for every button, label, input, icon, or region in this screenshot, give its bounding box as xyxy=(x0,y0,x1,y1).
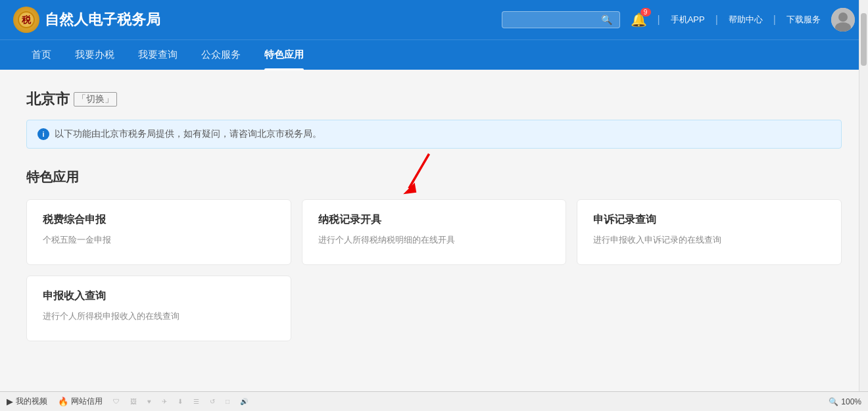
cards-row-1: 税费综合申报 个税五险一金申报 纳税记录开具 进行个人所得税纳税明细的在线开具 … xyxy=(26,199,842,265)
city-switch-button[interactable]: 「切换」 xyxy=(74,92,117,107)
info-text: 以下功能由北京市税务局提供，如有疑问，请咨询北京市税务局。 xyxy=(55,128,322,140)
main-content: 北京市 「切换」 i 以下功能由北京市税务局提供，如有疑问，请咨询北京市税务局。… xyxy=(0,70,868,399)
taskbar-sep-9: 🔊 xyxy=(240,398,248,405)
card-tax-record-desc: 进行个人所得税纳税明细的在线开具 xyxy=(318,233,550,247)
avatar[interactable] xyxy=(831,8,855,32)
taskbar: ▶ 我的视频 🔥 网站信用 🛡 🖼 ♥ ✈ ⬇ ☰ ↺ □ 🔊 🔍 100% xyxy=(0,391,868,411)
help-center-link[interactable]: 帮助中心 xyxy=(729,14,763,26)
card-tax-record[interactable]: 纳税记录开具 进行个人所得税纳税明细的在线开具 xyxy=(302,199,567,265)
credit-icon: 🔥 xyxy=(58,397,68,406)
mobile-app-link[interactable]: 手机APP xyxy=(671,14,705,26)
divider-3: | xyxy=(773,14,776,26)
nav-item-featured[interactable]: 特色应用 xyxy=(253,40,316,70)
logo-icon: 税 xyxy=(13,7,39,33)
zoom-icon: 🔍 xyxy=(829,397,838,406)
download-service-link[interactable]: 下载服务 xyxy=(786,14,821,26)
video-icon: ▶ xyxy=(7,397,13,406)
svg-text:税: 税 xyxy=(21,14,32,25)
card-income-query-title: 申报收入查询 xyxy=(43,289,275,303)
taskbar-my-videos[interactable]: ▶ 我的视频 xyxy=(7,396,47,407)
card-tax-filing-title: 税费综合申报 xyxy=(43,213,275,227)
scrollbar[interactable] xyxy=(859,0,868,391)
zoom-info: 🔍 100% xyxy=(829,397,861,406)
card-appeal-query-desc: 进行申报收入申诉记录的在线查询 xyxy=(593,233,825,247)
taskbar-sep-1: 🛡 xyxy=(113,398,120,405)
header: 税 自然人电子税务局 🔍 🔔 9 | 手机APP | 帮助中心 | 下载服务 xyxy=(0,0,868,39)
section-title: 特色应用 xyxy=(26,168,842,186)
navbar: 首页 我要办税 我要查询 公众服务 特色应用 xyxy=(0,39,868,70)
cards-row-2: 申报收入查询 进行个人所得税申报收入的在线查询 xyxy=(26,276,842,341)
city-name: 北京市 xyxy=(26,89,70,109)
zoom-level: 100% xyxy=(841,397,861,406)
nav-item-query[interactable]: 我要查询 xyxy=(126,40,189,70)
card-income-query[interactable]: 申报收入查询 进行个人所得税申报收入的在线查询 xyxy=(26,276,291,341)
info-banner: i 以下功能由北京市税务局提供，如有疑问，请咨询北京市税务局。 xyxy=(26,120,842,149)
nav-item-home[interactable]: 首页 xyxy=(20,40,63,70)
card-income-query-desc: 进行个人所得税申报收入的在线查询 xyxy=(43,310,275,323)
card-appeal-query-title: 申诉记录查询 xyxy=(593,213,825,227)
city-header: 北京市 「切换」 xyxy=(26,89,842,109)
taskbar-sep-3: ♥ xyxy=(147,398,151,405)
taskbar-sep-2: 🖼 xyxy=(130,398,137,405)
divider-1: | xyxy=(658,14,660,26)
site-title: 自然人电子税务局 xyxy=(45,10,160,30)
nav-item-public-services[interactable]: 公众服务 xyxy=(189,40,253,70)
nav-item-tax-services[interactable]: 我要办税 xyxy=(63,40,126,70)
card-tax-filing-desc: 个税五险一金申报 xyxy=(43,233,275,247)
card-tax-filing[interactable]: 税费综合申报 个税五险一金申报 xyxy=(26,199,291,265)
search-input[interactable] xyxy=(509,15,601,25)
taskbar-sep-4: ✈ xyxy=(162,398,167,405)
header-logo: 税 自然人电子税务局 xyxy=(13,7,502,33)
notification-bell[interactable]: 🔔 9 xyxy=(631,12,647,28)
taskbar-sep-7: ↺ xyxy=(210,398,215,405)
search-icon[interactable]: 🔍 xyxy=(601,14,612,25)
taskbar-sep-5: ⬇ xyxy=(178,398,183,405)
taskbar-sep-8: □ xyxy=(226,398,229,405)
card-appeal-query[interactable]: 申诉记录查询 进行申报收入申诉记录的在线查询 xyxy=(577,199,842,265)
bell-badge: 9 xyxy=(640,8,651,16)
taskbar-sep-6: ☰ xyxy=(193,398,199,405)
scrollbar-thumb[interactable] xyxy=(861,13,867,66)
divider-2: | xyxy=(715,14,718,26)
info-icon: i xyxy=(37,128,49,140)
card-tax-record-title: 纳税记录开具 xyxy=(318,213,550,227)
header-right: 🔍 🔔 9 | 手机APP | 帮助中心 | 下载服务 xyxy=(502,8,855,32)
search-box[interactable]: 🔍 xyxy=(502,11,620,28)
taskbar-website-credit[interactable]: 🔥 网站信用 xyxy=(58,396,103,407)
svg-point-4 xyxy=(838,12,848,22)
